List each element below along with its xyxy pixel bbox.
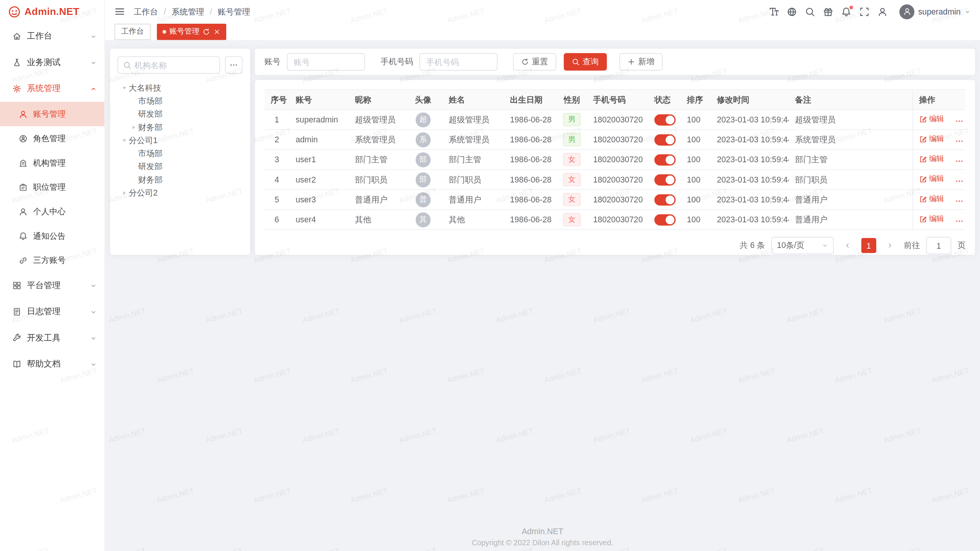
logo-robot-icon xyxy=(8,5,21,18)
tab-close-icon[interactable] xyxy=(213,28,221,36)
row-more-button[interactable] xyxy=(955,197,964,205)
sidebar-item-third-party-account[interactable]: 三方账号 xyxy=(0,248,105,272)
sidebar-item-dev-tools[interactable]: 开发工具 xyxy=(0,325,105,351)
edit-label: 编辑 xyxy=(929,134,944,145)
user-avatar: 部 xyxy=(416,152,431,167)
table-row: 2 admin 系统管理员 系 系统管理员 1986-06-28 男 18020… xyxy=(265,130,966,150)
edit-icon xyxy=(919,116,927,123)
search-button[interactable]: 查询 xyxy=(564,53,607,71)
toggle-knob xyxy=(666,195,675,204)
sidebar-item-log-management[interactable]: 日志管理 xyxy=(0,298,105,325)
sidebar-item-platform-management[interactable]: 平台管理 xyxy=(0,272,105,299)
sidebar-item-workbench[interactable]: 工作台 xyxy=(0,23,105,49)
tree-node[interactable]: 财务部 xyxy=(118,173,243,186)
page-button-1[interactable]: 1 xyxy=(861,238,876,253)
sidebar-menu: 工作台 业务测试 系统管理 账号管理 角色管理 机构管理 职位管理 个人中心 通… xyxy=(0,23,105,377)
row-more-button[interactable] xyxy=(955,137,964,145)
account-input[interactable] xyxy=(287,53,365,71)
fullscreen-icon[interactable] xyxy=(859,7,869,16)
reset-button[interactable]: 重置 xyxy=(513,53,556,71)
status-toggle[interactable] xyxy=(654,214,676,225)
status-toggle[interactable] xyxy=(654,134,676,145)
sidebar-item-account-management[interactable]: 账号管理 xyxy=(0,102,105,126)
tree-node[interactable]: 研发部 xyxy=(118,160,243,173)
org-tree-panel: 大名科技 市场部 研发部 财务部 分公司1 市场部 研发部 财务部 分公司2 xyxy=(110,49,250,255)
row-more-button[interactable] xyxy=(955,176,964,185)
sidebar-item-notice-announcement[interactable]: 通知公告 xyxy=(0,223,105,248)
breadcrumb-item[interactable]: 工作台 xyxy=(134,6,158,17)
next-page-button[interactable] xyxy=(882,238,897,253)
cell-birthdate: 1986-06-28 xyxy=(504,110,557,130)
edit-icon xyxy=(919,215,927,223)
user-menu[interactable]: superadmin xyxy=(899,4,970,19)
edit-button[interactable]: 编辑 xyxy=(919,114,944,125)
tree-node-label: 大名科技 xyxy=(129,82,161,93)
sidebar-item-position-management[interactable]: 职位管理 xyxy=(0,175,105,199)
notification-icon[interactable] xyxy=(841,7,851,16)
cell-nickname: 超级管理员 xyxy=(349,110,404,130)
logo: Admin.NET xyxy=(0,0,105,23)
collapse-menu-icon[interactable] xyxy=(114,6,125,17)
tree-node-label: 研发部 xyxy=(138,108,163,119)
goto-page-input[interactable] xyxy=(926,237,951,254)
org-search-input[interactable] xyxy=(134,60,214,70)
breadcrumb-item[interactable]: 系统管理 xyxy=(158,6,204,17)
sidebar-item-help-docs[interactable]: 帮助文档 xyxy=(0,351,105,378)
caret-down-icon[interactable] xyxy=(120,137,129,144)
tree-node[interactable]: 研发部 xyxy=(118,108,243,121)
search-icon[interactable] xyxy=(805,7,815,16)
sidebar-item-business-test[interactable]: 业务测试 xyxy=(0,49,105,76)
cell-name: 超级管理员 xyxy=(443,110,504,130)
cell-nickname: 系统管理员 xyxy=(349,130,404,150)
status-toggle[interactable] xyxy=(654,174,676,185)
cell-account: user2 xyxy=(289,170,349,189)
edit-label: 编辑 xyxy=(929,214,944,225)
caret-right-icon[interactable] xyxy=(129,123,138,131)
caret-down-icon[interactable] xyxy=(120,84,129,92)
edit-button[interactable]: 编辑 xyxy=(919,154,944,165)
org-more-button[interactable] xyxy=(225,56,243,74)
user-icon[interactable] xyxy=(877,7,887,16)
edit-button[interactable]: 编辑 xyxy=(919,174,944,185)
column-header: 姓名 xyxy=(443,90,504,109)
caret-right-icon[interactable] xyxy=(120,189,129,197)
status-toggle[interactable] xyxy=(654,114,676,125)
org-tree: 大名科技 市场部 研发部 财务部 分公司1 市场部 研发部 财务部 分公司2 xyxy=(118,81,243,199)
tree-node[interactable]: 市场部 xyxy=(118,95,243,108)
user-avatar: 超 xyxy=(416,112,431,127)
tree-node[interactable]: 分公司2 xyxy=(118,186,243,199)
tree-node[interactable]: 市场部 xyxy=(118,147,243,160)
cell-name: 部门职员 xyxy=(443,170,504,189)
toggle-knob xyxy=(666,115,675,124)
row-more-button[interactable] xyxy=(955,117,964,126)
add-button[interactable]: 新增 xyxy=(619,53,663,71)
tree-node[interactable]: 大名科技 xyxy=(118,81,243,94)
tab-workbench[interactable]: 工作台 xyxy=(114,23,151,39)
tab-account-management[interactable]: 账号管理 xyxy=(157,23,226,39)
sidebar-item-organization-management[interactable]: 机构管理 xyxy=(0,150,105,175)
language-icon[interactable] xyxy=(787,7,797,16)
cell-account: user1 xyxy=(289,150,349,170)
sidebar-item-system-management[interactable]: 系统管理 xyxy=(0,76,105,102)
page-size-select[interactable]: 10条/页 xyxy=(771,237,834,254)
prev-page-button[interactable] xyxy=(840,238,855,253)
edit-button[interactable]: 编辑 xyxy=(919,134,944,145)
sidebar-item-role-management[interactable]: 角色管理 xyxy=(0,126,105,151)
status-toggle[interactable] xyxy=(654,154,676,165)
sidebar-item-personal-center[interactable]: 个人中心 xyxy=(0,199,105,224)
edit-button[interactable]: 编辑 xyxy=(919,194,944,205)
tree-node[interactable]: 财务部 xyxy=(118,121,243,134)
tree-node-label: 市场部 xyxy=(138,95,163,106)
row-more-button[interactable] xyxy=(955,156,964,165)
status-toggle[interactable] xyxy=(654,194,676,205)
font-size-icon[interactable] xyxy=(769,7,779,16)
tab-refresh-icon[interactable] xyxy=(203,28,210,36)
row-more-button[interactable] xyxy=(955,217,964,225)
sidebar-item-label: 工作台 xyxy=(27,31,52,42)
edit-icon xyxy=(919,155,927,163)
phone-input[interactable] xyxy=(420,53,498,71)
edit-button[interactable]: 编辑 xyxy=(919,214,944,225)
tree-node[interactable]: 分公司1 xyxy=(118,134,243,147)
gift-icon[interactable] xyxy=(823,7,833,16)
chevron-down-icon xyxy=(90,361,97,368)
